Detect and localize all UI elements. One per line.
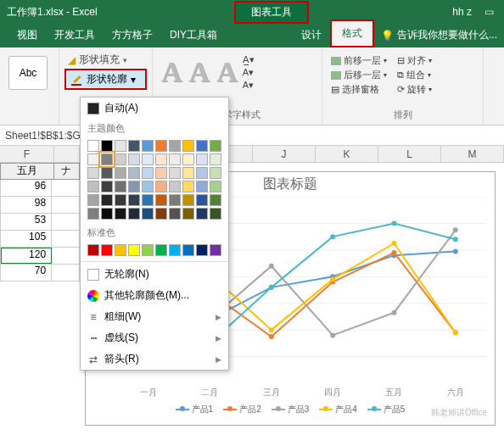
theme-swatch[interactable] bbox=[182, 194, 194, 206]
theme-swatch[interactable] bbox=[155, 194, 167, 206]
outline-auto[interactable]: 自动(A) bbox=[81, 98, 228, 119]
cell-may-4[interactable]: 120 bbox=[0, 248, 80, 265]
chart-tools-contextual-tab[interactable]: 图表工具 bbox=[234, 1, 309, 24]
shape-outline-button[interactable]: 形状轮廓 ▾ bbox=[64, 69, 147, 90]
tab-diy[interactable]: DIY工具箱 bbox=[161, 23, 226, 47]
theme-swatch[interactable] bbox=[87, 153, 99, 165]
theme-swatch[interactable] bbox=[155, 181, 167, 192]
theme-swatch[interactable] bbox=[196, 208, 208, 220]
user-name[interactable]: hh z bbox=[452, 6, 472, 18]
theme-swatch[interactable] bbox=[87, 194, 99, 206]
standard-swatch[interactable] bbox=[155, 244, 167, 256]
theme-swatch[interactable] bbox=[210, 194, 221, 206]
outline-dashes[interactable]: ┅ 虚线(S)▶ bbox=[81, 327, 228, 348]
theme-swatch[interactable] bbox=[196, 194, 208, 206]
tab-design[interactable]: 设计 bbox=[293, 23, 330, 47]
theme-swatch[interactable] bbox=[182, 167, 194, 179]
cell-may-0[interactable]: 96 bbox=[0, 180, 80, 197]
outline-weight[interactable]: ≡ 粗细(W)▶ bbox=[81, 306, 228, 327]
selection-pane-button[interactable]: ▤选择窗格 bbox=[331, 83, 395, 96]
theme-swatch[interactable] bbox=[101, 181, 113, 192]
theme-swatch[interactable] bbox=[128, 181, 140, 192]
shape-style-preset[interactable]: Abc bbox=[8, 56, 48, 90]
text-effects-icon[interactable]: A▾ bbox=[243, 80, 255, 91]
theme-swatch[interactable] bbox=[210, 153, 221, 165]
cell-may-5[interactable]: 70 bbox=[0, 265, 80, 282]
col-header-J[interactable]: J bbox=[253, 146, 316, 162]
tell-me[interactable]: 💡 告诉我你想要做什么... bbox=[374, 23, 504, 47]
may-header[interactable]: 五月ナ bbox=[0, 163, 80, 180]
theme-swatch[interactable] bbox=[115, 208, 126, 220]
theme-swatch[interactable] bbox=[87, 167, 99, 179]
theme-swatch[interactable] bbox=[128, 194, 140, 206]
tab-format[interactable]: 格式 bbox=[332, 21, 372, 46]
standard-swatch[interactable] bbox=[210, 244, 221, 256]
theme-swatch[interactable] bbox=[101, 140, 113, 152]
theme-swatch[interactable] bbox=[115, 181, 126, 192]
standard-swatch[interactable] bbox=[87, 244, 99, 256]
outline-arrows[interactable]: ⇄ 箭头(R)▶ bbox=[81, 348, 228, 370]
theme-swatch[interactable] bbox=[196, 181, 208, 192]
theme-swatch[interactable] bbox=[210, 167, 221, 179]
theme-swatch[interactable] bbox=[169, 140, 181, 152]
standard-swatch[interactable] bbox=[182, 244, 194, 256]
theme-swatch[interactable] bbox=[169, 208, 181, 220]
theme-swatch[interactable] bbox=[196, 140, 208, 152]
standard-swatch[interactable] bbox=[169, 244, 181, 256]
theme-swatch[interactable] bbox=[155, 167, 167, 179]
theme-swatch[interactable] bbox=[169, 167, 181, 179]
col-header-K[interactable]: K bbox=[316, 146, 378, 162]
theme-swatch[interactable] bbox=[210, 208, 221, 220]
tab-fangfang[interactable]: 方方格子 bbox=[104, 23, 161, 47]
theme-swatch[interactable] bbox=[115, 194, 126, 206]
legend-item[interactable]: 产品2 bbox=[223, 404, 261, 415]
align-button[interactable]: ⊟对齐▾ bbox=[397, 54, 461, 67]
theme-swatch[interactable] bbox=[210, 140, 221, 152]
theme-swatch[interactable] bbox=[182, 208, 194, 220]
cell-may-1[interactable]: 98 bbox=[0, 197, 80, 214]
col-header-L[interactable]: L bbox=[378, 146, 441, 162]
theme-swatch[interactable] bbox=[115, 153, 126, 165]
theme-swatch[interactable] bbox=[115, 167, 126, 179]
theme-swatch[interactable] bbox=[128, 140, 140, 152]
theme-swatch[interactable] bbox=[87, 140, 99, 152]
theme-swatch[interactable] bbox=[101, 208, 113, 220]
legend-item[interactable]: 产品5 bbox=[367, 404, 406, 415]
theme-swatch[interactable] bbox=[196, 153, 208, 165]
theme-swatch[interactable] bbox=[142, 194, 154, 206]
theme-swatch[interactable] bbox=[169, 181, 181, 192]
legend-item[interactable]: 产品4 bbox=[319, 404, 357, 415]
tab-view[interactable]: 视图 bbox=[8, 23, 46, 47]
theme-swatch[interactable] bbox=[155, 153, 167, 165]
theme-swatch[interactable] bbox=[142, 181, 154, 192]
shape-fill-button[interactable]: ◢ 形状填充 ▾ bbox=[64, 51, 147, 69]
standard-swatch[interactable] bbox=[196, 244, 208, 256]
standard-swatch[interactable] bbox=[128, 244, 140, 256]
theme-swatch[interactable] bbox=[155, 140, 167, 152]
col-header-M[interactable]: M bbox=[441, 146, 504, 162]
theme-swatch[interactable] bbox=[142, 208, 154, 220]
col-header-F[interactable]: F bbox=[0, 146, 54, 162]
theme-swatch[interactable] bbox=[169, 194, 181, 206]
formula-bar-fragment[interactable]: Sheet1!$B$1:$G... bbox=[0, 125, 504, 146]
theme-swatch[interactable] bbox=[101, 153, 113, 165]
theme-swatch[interactable] bbox=[169, 153, 181, 165]
cell-may-2[interactable]: 53 bbox=[0, 214, 80, 231]
text-outline-icon[interactable]: A▾ bbox=[243, 67, 255, 78]
theme-swatch[interactable] bbox=[182, 140, 194, 152]
theme-swatch[interactable] bbox=[128, 167, 140, 179]
wordart-preset-2[interactable]: A bbox=[189, 56, 210, 89]
wordart-preset-1[interactable]: A bbox=[161, 56, 182, 89]
legend-item[interactable]: 产品1 bbox=[176, 404, 214, 415]
wordart-preset-3[interactable]: A bbox=[216, 56, 238, 89]
bring-forward-button[interactable]: 前移一层▾ bbox=[331, 54, 395, 67]
cell-may-3[interactable]: 105 bbox=[0, 231, 80, 248]
theme-swatch[interactable] bbox=[115, 140, 126, 152]
theme-swatch[interactable] bbox=[210, 181, 221, 192]
theme-swatch[interactable] bbox=[101, 194, 113, 206]
theme-swatch[interactable] bbox=[87, 208, 99, 220]
theme-swatch[interactable] bbox=[101, 167, 113, 179]
theme-swatch[interactable] bbox=[155, 208, 167, 220]
theme-swatch[interactable] bbox=[87, 181, 99, 192]
no-outline[interactable]: 无轮廓(N) bbox=[81, 264, 228, 285]
